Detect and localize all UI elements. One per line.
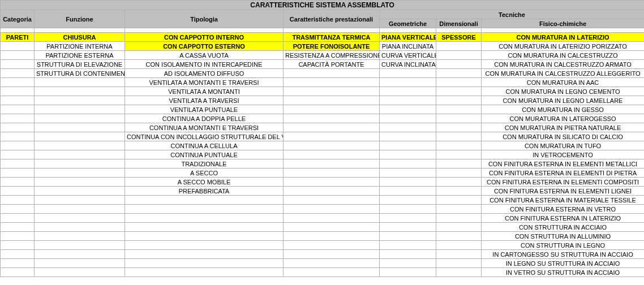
cell-dimensionali <box>436 187 482 196</box>
table-row: IN VETRO SU STRUTTURA IN ACCIAIO <box>1 268 645 277</box>
cell-funzione: PARTIZIONE ESTERNA <box>35 51 125 60</box>
table-row: IN CARTONGESSO SU STRUTTURA IN ACCIAIO <box>1 250 645 259</box>
cell-geometriche: PIANA INCLINATA <box>380 42 436 51</box>
cell-tipologia: VENTILATA A MONTANTI <box>125 87 284 96</box>
header-caratteristiche: Caratteristiche prestazionali <box>284 10 380 28</box>
cell-geometriche <box>380 169 436 178</box>
cell-tipologia: AD ISOLAMENTO DIFFUSO <box>125 69 284 78</box>
cell-geometriche <box>380 69 436 78</box>
cell-funzione <box>35 214 125 223</box>
cell-tipologia: CON CAPPOTTO ESTERNO <box>125 42 284 51</box>
cell-categoria <box>1 159 35 169</box>
cell-fisicoChimiche: CON FINITURA ESTERNA IN MATERIALE TESSIL… <box>482 196 645 205</box>
cell-fisicoChimiche: CON STRUTTURA IN ACCIAIO <box>482 223 645 232</box>
cell-caratteristiche <box>284 259 380 268</box>
cell-geometriche <box>380 268 436 277</box>
cell-categoria <box>1 114 35 123</box>
cell-dimensionali <box>436 268 482 277</box>
cell-tipologia <box>125 268 284 277</box>
cell-funzione: PARTIZIONE INTERNA <box>35 42 125 51</box>
cell-categoria <box>1 196 35 205</box>
cell-funzione <box>35 141 125 150</box>
cell-geometriche <box>380 178 436 187</box>
cell-dimensionali <box>436 60 482 69</box>
cell-fisicoChimiche: CON MURATURA IN GESSO <box>482 105 645 114</box>
cell-dimensionali <box>436 196 482 205</box>
cell-categoria <box>1 250 35 259</box>
cell-categoria <box>1 51 35 60</box>
cell-dimensionali <box>436 96 482 105</box>
cell-tipologia: CONTINUA A DOPPIA PELLE <box>125 114 284 123</box>
table-row: CON FINITURA ESTERNA IN LATERIZIO <box>1 214 645 223</box>
cell-caratteristiche: RESISTENZA A COMPRESSIONE <box>284 51 380 60</box>
cell-dimensionali <box>436 159 482 169</box>
table-row: VENTILATA A MONTANTI E TRAVERSICON MURAT… <box>1 78 645 87</box>
cell-fisicoChimiche: CON MURATURA IN LEGNO CEMENTO <box>482 87 645 96</box>
cell-categoria <box>1 60 35 69</box>
table-row: IN LEGNO SU STRUTTURA IN ACCIAIO <box>1 259 645 268</box>
cell-geometriche <box>380 123 436 132</box>
cell-dimensionali <box>436 132 482 141</box>
cell-funzione <box>35 259 125 268</box>
cell-geometriche <box>380 114 436 123</box>
cell-caratteristiche <box>284 187 380 196</box>
cell-caratteristiche <box>284 78 380 87</box>
cell-caratteristiche <box>284 250 380 259</box>
table-row: PARTIZIONE ESTERNAA CASSA VUOTARESISTENZ… <box>1 51 645 60</box>
cell-categoria <box>1 169 35 178</box>
cell-fisicoChimiche: CON FINITURA ESTERNA IN ELEMENTI LIGNEI <box>482 187 645 196</box>
cell-funzione <box>35 114 125 123</box>
table-row: PARETICHIUSURACON CAPPOTTO INTERNOTRASMI… <box>1 33 645 42</box>
cell-funzione: STRUTTURA DI ELEVAZIONE <box>35 60 125 69</box>
cell-caratteristiche <box>284 223 380 232</box>
cell-fisicoChimiche: IN LEGNO SU STRUTTURA IN ACCIAIO <box>482 259 645 268</box>
cell-tipologia <box>125 196 284 205</box>
cell-caratteristiche <box>284 123 380 132</box>
cell-categoria <box>1 232 35 241</box>
cell-fisicoChimiche: CON MURATURA IN LATEROGESSO <box>482 114 645 123</box>
cell-categoria <box>1 150 35 159</box>
cell-funzione <box>35 178 125 187</box>
table-row: PREFABBRICATACON FINITURA ESTERNA IN ELE… <box>1 187 645 196</box>
cell-fisicoChimiche: CON STRUTTURA IN ALLUMINIO <box>482 232 645 241</box>
table-row: CONTINUA PUNTUALEIN VETROCEMENTO <box>1 150 645 159</box>
table-row: CONTINUA A MONTANTI E TRAVERSICON MURATU… <box>1 123 645 132</box>
cell-fisicoChimiche: CON FINITURA ESTERNA IN ELEMENTI DI PIET… <box>482 169 645 178</box>
cell-tipologia: CONTINUA PUNTUALE <box>125 150 284 159</box>
cell-categoria <box>1 205 35 214</box>
table-row: CONTINUA CON INCOLLAGGIO STRUTTURALE DEL… <box>1 132 645 141</box>
cell-geometriche <box>380 96 436 105</box>
header-tipologia: Tipologia <box>125 10 284 28</box>
cell-funzione <box>35 105 125 114</box>
cell-caratteristiche <box>284 232 380 241</box>
header-tecniche: Tecniche <box>380 10 645 19</box>
empty-spacer-row <box>1 28 645 33</box>
cell-geometriche <box>380 259 436 268</box>
cell-geometriche <box>380 141 436 150</box>
cell-funzione <box>35 78 125 87</box>
cell-funzione <box>35 241 125 250</box>
cell-caratteristiche <box>284 69 380 78</box>
cell-tipologia <box>125 241 284 250</box>
cell-geometriche <box>380 196 436 205</box>
header-fisicochimiche: Fisico-chimiche <box>482 19 645 28</box>
cell-dimensionali <box>436 123 482 132</box>
cell-fisicoChimiche: CON MURATURA IN LEGNO LAMELLARE <box>482 96 645 105</box>
spreadsheet-table: CARATTERISTICHE SISTEMA ASSEMBLATO Categ… <box>0 0 644 277</box>
cell-fisicoChimiche: CON MURATURA IN SILICATO DI CALCIO <box>482 132 645 141</box>
cell-fisicoChimiche: IN VETROCEMENTO <box>482 150 645 159</box>
cell-caratteristiche <box>284 268 380 277</box>
table-row: VENTILATA A MONTANTICON MURATURA IN LEGN… <box>1 87 645 96</box>
cell-funzione <box>35 132 125 141</box>
cell-tipologia <box>125 223 284 232</box>
cell-tipologia: VENTILATA PUNTUALE <box>125 105 284 114</box>
table-body: PARETICHIUSURACON CAPPOTTO INTERNOTRASMI… <box>1 33 645 277</box>
cell-categoria <box>1 187 35 196</box>
cell-tipologia <box>125 205 284 214</box>
cell-caratteristiche <box>284 141 380 150</box>
cell-categoria <box>1 69 35 78</box>
cell-fisicoChimiche: CON FINITURA ESTERNA IN ELEMENTI METALLI… <box>482 159 645 169</box>
cell-categoria <box>1 214 35 223</box>
cell-dimensionali <box>436 223 482 232</box>
cell-dimensionali <box>436 114 482 123</box>
